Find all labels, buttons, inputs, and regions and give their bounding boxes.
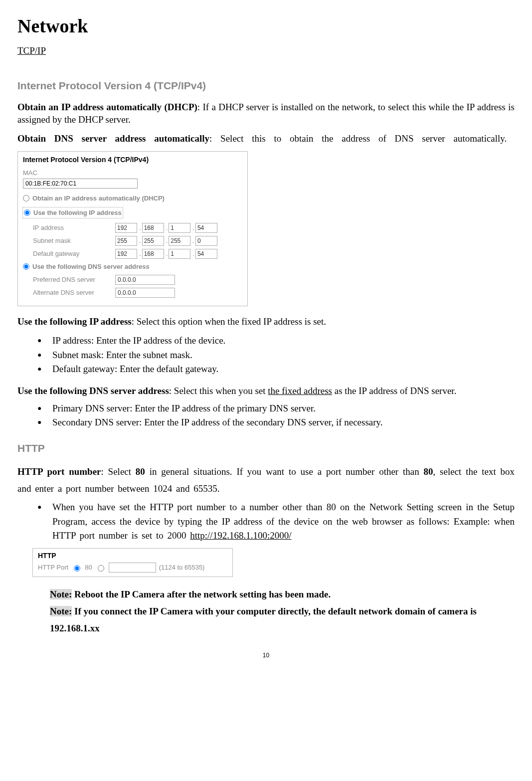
alt-dns-label: Alternate DNS server	[33, 288, 115, 298]
http-settings-panel: HTTP HTTP Port 80 (1124 to 65535)	[32, 548, 233, 577]
ip-label: IP address	[33, 223, 115, 233]
ip-octet-1[interactable]	[115, 223, 137, 233]
row-gw: Default gateway . . .	[33, 249, 242, 259]
alt-dns-input[interactable]	[115, 288, 175, 298]
mask-octet-4[interactable]	[195, 236, 217, 246]
ip-octet-4[interactable]	[195, 223, 217, 233]
gw-octet-2[interactable]	[142, 249, 164, 259]
http-panel-title: HTTP	[38, 552, 227, 560]
bold-dhcp: Obtain an IP address automatically (DHCP…	[17, 102, 197, 112]
gw-label: Default gateway	[33, 249, 115, 259]
pref-dns-input[interactable]	[115, 275, 175, 285]
list-item: Subnet mask: Enter the subnet mask.	[37, 348, 515, 363]
gw-octet-3[interactable]	[169, 249, 190, 259]
list-item: Primary DNS server: Enter the IP address…	[37, 401, 515, 416]
radio-static-row[interactable]: Use the following IP address	[23, 207, 123, 218]
ip-octet-2[interactable]	[142, 223, 164, 233]
text-dns-u: the fixed address	[268, 386, 332, 396]
text-dns-b: as the IP address of DNS server.	[332, 386, 456, 396]
page-title: Network	[17, 15, 515, 37]
http-port-hint: (1124 to 65535)	[159, 564, 205, 571]
radio-http-80[interactable]	[74, 565, 80, 572]
gw-octet-1[interactable]	[115, 249, 137, 259]
ipv4-settings-panel: Internet Protocol Version 4 (TCP/IPv4) M…	[17, 151, 248, 306]
bullets-dns: Primary DNS server: Enter the IP address…	[17, 401, 515, 430]
note-1: Note: Reboot the IP Camera after the net…	[50, 586, 515, 603]
list-item: Secondary DNS server: Enter the IP addre…	[37, 415, 515, 430]
note-prefix-2: Note:	[50, 606, 72, 616]
text-http-c: 80	[136, 466, 145, 477]
text-static-ip-rest: : Select this option when the fixed IP a…	[132, 316, 326, 327]
mask-label: Subnet mask	[33, 236, 115, 246]
text-http-e: 80	[424, 466, 433, 477]
radio-dhcp-label: Obtain an IP address automatically (DHCP…	[32, 194, 165, 203]
note-2: Note: If you connect the IP Camera with …	[50, 603, 515, 637]
mask-octet-3[interactable]	[169, 236, 190, 246]
list-item: When you have set the HTTP port number t…	[37, 500, 515, 543]
radio-dhcp[interactable]	[23, 195, 29, 201]
radio-static-label: Use the following IP address	[33, 208, 122, 218]
para-http-port: HTTP port number: Select 80 in general s…	[17, 463, 515, 497]
http-port-input[interactable]	[109, 563, 156, 573]
note-1-text: Reboot the IP Camera after the network s…	[72, 589, 328, 599]
row-mask: Subnet mask . . .	[33, 236, 242, 246]
note-2-text: If you connect the IP Camera with your c…	[50, 606, 477, 633]
bullets-http: When you have set the HTTP port number t…	[17, 500, 515, 543]
list-item: Default gateway: Enter the default gatew…	[37, 362, 515, 377]
mask-octet-2[interactable]	[142, 236, 164, 246]
period: .	[328, 589, 331, 599]
heading-http: HTTP	[17, 442, 515, 454]
radio-dhcp-row[interactable]: Obtain an IP address automatically (DHCP…	[23, 194, 242, 203]
list-item: IP address: Enter the IP address of the …	[37, 334, 515, 348]
mac-label: MAC	[23, 168, 242, 178]
para-static-ip: Use the following IP address: Select thi…	[17, 315, 515, 328]
para-dns-auto: Obtain DNS server address automatically:…	[17, 132, 515, 145]
mask-octet-1[interactable]	[115, 236, 137, 246]
text-http-b: : Select	[101, 466, 136, 477]
para-dhcp: Obtain an IP address automatically (DHCP…	[17, 101, 515, 126]
text-dns-auto-rest: : Select this to obtain the address of D…	[209, 133, 507, 144]
bold-http-port: HTTP port number	[17, 466, 101, 477]
radio-dns-row[interactable]: Use the following DNS server address	[23, 262, 242, 272]
bold-dns-static: Use the following DNS server address	[17, 386, 169, 396]
pref-dns-label: Preferred DNS server	[33, 275, 115, 285]
bullets-ip: IP address: Enter the IP address of the …	[17, 334, 515, 377]
page-number: 10	[17, 652, 515, 659]
radio-dns-label: Use the following DNS server address	[32, 262, 150, 272]
heading-ipv4: Internet Protocol Version 4 (TCP/IPv4)	[17, 80, 515, 92]
ipv4-panel-title: Internet Protocol Version 4 (TCP/IPv4)	[23, 155, 242, 165]
ip-octet-3[interactable]	[169, 223, 190, 233]
radio-http-custom[interactable]	[98, 565, 104, 572]
tcpip-link: TCP/IP	[17, 44, 46, 57]
notes-block: Note: Reboot the IP Camera after the net…	[17, 586, 515, 637]
mac-input[interactable]	[23, 179, 138, 189]
para-dns-static: Use the following DNS server address: Se…	[17, 383, 515, 399]
radio-dns[interactable]	[23, 263, 29, 270]
radio-static[interactable]	[24, 209, 30, 216]
row-pref-dns: Preferred DNS server	[33, 275, 242, 285]
gw-octet-4[interactable]	[195, 249, 217, 259]
row-alt-dns: Alternate DNS server	[33, 288, 242, 298]
row-ip: IP address . . .	[33, 223, 242, 233]
bold-static-ip: Use the following IP address	[17, 316, 132, 327]
bold-dns-auto: Obtain DNS server address automatically	[17, 133, 209, 144]
text-http-d: in general situations. If you want to us…	[145, 466, 424, 477]
text-dns-a: : Select this when you set	[169, 386, 268, 396]
http-port-label: HTTP Port	[38, 564, 68, 571]
note-prefix-1: Note:	[50, 589, 72, 599]
http-port-80-label: 80	[85, 564, 92, 571]
http-example-link: http://192.168.1.100:2000/	[190, 530, 291, 541]
